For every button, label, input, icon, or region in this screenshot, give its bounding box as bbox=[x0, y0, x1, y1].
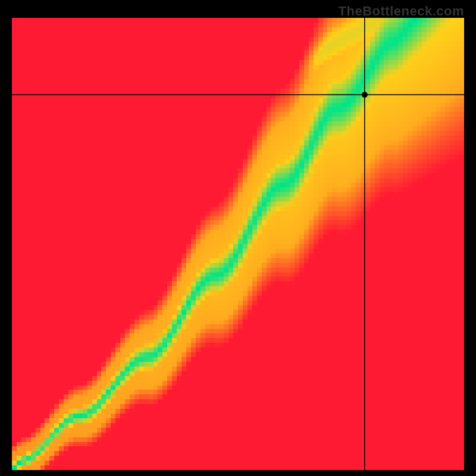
watermark-text: TheBottleneck.com bbox=[339, 4, 464, 19]
crosshair-overlay bbox=[12, 18, 464, 470]
chart-container: TheBottleneck.com bbox=[0, 0, 476, 476]
